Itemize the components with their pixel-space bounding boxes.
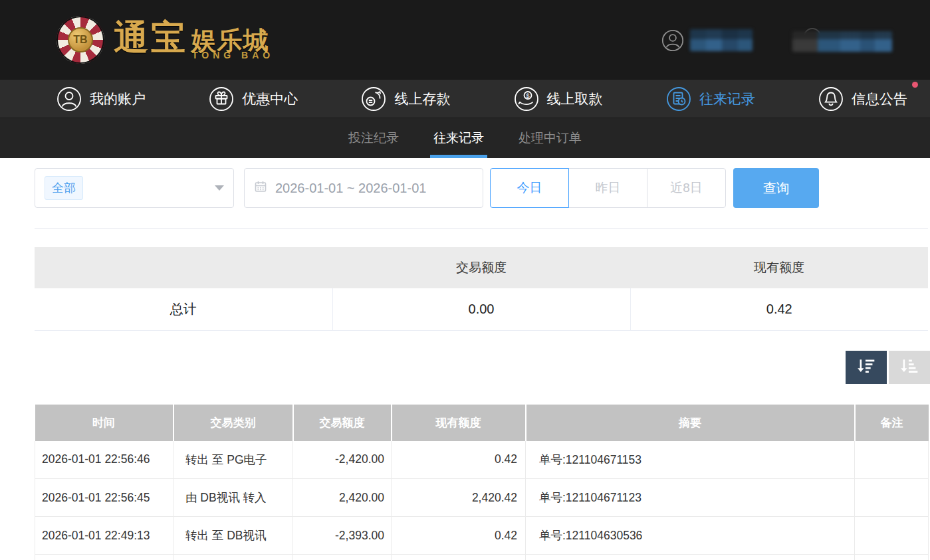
summary-header-empty bbox=[35, 247, 332, 288]
main-navigation: 我的账户 优惠中心 线上存款 $ bbox=[0, 80, 930, 118]
tab-label: 往来记录 bbox=[433, 130, 484, 147]
sort-ascending-icon bbox=[899, 358, 919, 377]
summary-header-row: 交易额度 现有额度 bbox=[35, 247, 928, 288]
cell-amount: -2,393.00 bbox=[293, 517, 392, 555]
table-row: 2026-01-01 22:49:13 转出 至 DB视讯 -2,393.00 … bbox=[35, 517, 929, 555]
table-row: 2026-01-01 22:56:45 由 DB视讯 转入 2,420.00 2… bbox=[35, 479, 929, 517]
bell-icon bbox=[818, 86, 844, 112]
main-content: 全部 2026-01-01 ~ 2026-01-01 今日 昨日 近8日 查询 bbox=[0, 168, 930, 560]
notification-badge bbox=[912, 82, 918, 88]
summary-transaction-total: 0.00 bbox=[332, 288, 630, 330]
sub-navigation: 投注纪录 往来记录 处理中订单 bbox=[0, 118, 930, 158]
user-info-area bbox=[651, 0, 930, 80]
query-button[interactable]: 查询 bbox=[733, 168, 819, 208]
calendar-icon bbox=[254, 180, 267, 197]
summary-header-balance: 现有额度 bbox=[630, 247, 928, 288]
col-header-amount: 交易额度 bbox=[293, 405, 392, 441]
records-table: 时间 交易类别 交易额度 现有额度 摘要 备注 2026-01-01 22:56… bbox=[35, 405, 929, 560]
sort-controls bbox=[0, 351, 930, 384]
summary-total-row: 总计 0.00 0.42 bbox=[35, 288, 928, 330]
sort-descending-icon bbox=[856, 358, 876, 377]
sort-ascending-button[interactable] bbox=[889, 351, 930, 384]
summary-total-label: 总计 bbox=[35, 288, 332, 330]
tab-label: 投注纪录 bbox=[348, 130, 399, 147]
nav-item-announcements[interactable]: 信息公告 bbox=[818, 86, 907, 112]
chip-monogram: TB bbox=[68, 27, 93, 52]
nav-item-withdraw[interactable]: $ 线上取款 bbox=[514, 86, 603, 112]
nav-label: 往来记录 bbox=[699, 90, 755, 108]
nav-item-my-account[interactable]: 我的账户 bbox=[57, 86, 146, 112]
cell-note bbox=[855, 517, 929, 555]
user-icon bbox=[57, 86, 82, 112]
cell-time: 2026-01-01 22:49:13 bbox=[35, 517, 174, 555]
brand-name-en: TONG BAO bbox=[192, 50, 274, 60]
col-header-balance: 现有额度 bbox=[392, 405, 526, 441]
cell-balance: 0.42 bbox=[392, 441, 526, 479]
cell-note bbox=[855, 441, 929, 479]
summary-table: 交易额度 现有额度 总计 0.00 0.42 bbox=[35, 247, 928, 331]
nav-label: 我的账户 bbox=[90, 90, 146, 108]
today-button[interactable]: 今日 bbox=[490, 168, 569, 208]
date-range-picker[interactable]: 2026-01-01 ~ 2026-01-01 bbox=[244, 168, 483, 208]
quick-date-buttons: 今日 昨日 近8日 bbox=[490, 168, 726, 208]
cell-time: 2026-01-01 22:56:46 bbox=[35, 441, 174, 479]
cell-amount: 2,420.00 bbox=[293, 479, 392, 517]
last-8-days-button[interactable]: 近8日 bbox=[647, 168, 726, 208]
chevron-down-icon bbox=[215, 185, 224, 191]
brand-logo[interactable]: TB 通宝 娱乐城 TONG BAO bbox=[57, 15, 274, 65]
cell-type: 由 DB视讯 转入 bbox=[174, 479, 293, 517]
sort-descending-button[interactable] bbox=[846, 351, 887, 384]
top-header: TB 通宝 娱乐城 TONG BAO bbox=[0, 0, 930, 80]
cell-summary: 单号:121104671153 bbox=[526, 441, 855, 479]
cell-balance: 0.42 bbox=[392, 517, 526, 555]
brand-name-primary: 通宝 bbox=[114, 18, 188, 56]
nav-label: 线上取款 bbox=[547, 90, 603, 108]
active-tab-underline bbox=[430, 155, 487, 158]
table-row-partial bbox=[35, 555, 929, 560]
summary-balance-total: 0.42 bbox=[630, 288, 928, 330]
nav-label: 信息公告 bbox=[852, 90, 907, 108]
tab-transaction-records[interactable]: 往来记录 bbox=[432, 118, 485, 158]
records-header-row: 时间 交易类别 交易额度 现有额度 摘要 备注 bbox=[35, 405, 929, 441]
tab-processing-orders[interactable]: 处理中订单 bbox=[517, 118, 583, 158]
col-header-time: 时间 bbox=[35, 405, 174, 441]
yesterday-button[interactable]: 昨日 bbox=[568, 168, 647, 208]
filter-bar: 全部 2026-01-01 ~ 2026-01-01 今日 昨日 近8日 查询 bbox=[35, 168, 928, 208]
col-header-note: 备注 bbox=[855, 405, 929, 441]
cell-note bbox=[855, 479, 929, 517]
gift-icon bbox=[209, 86, 234, 112]
tab-betting-records[interactable]: 投注纪录 bbox=[347, 118, 400, 158]
date-range-value: 2026-01-01 ~ 2026-01-01 bbox=[275, 181, 426, 196]
tab-label: 处理中订单 bbox=[519, 130, 582, 147]
nav-item-promotions[interactable]: 优惠中心 bbox=[209, 86, 298, 112]
col-header-type: 交易类别 bbox=[174, 405, 293, 441]
user-avatar-icon bbox=[661, 29, 684, 54]
nav-label: 线上存款 bbox=[394, 90, 450, 108]
cell-amount: -2,420.00 bbox=[293, 441, 392, 479]
cell-balance: 2,420.42 bbox=[392, 479, 526, 517]
cell-type: 转出 至 DB视讯 bbox=[174, 517, 293, 555]
col-header-summary: 摘要 bbox=[526, 405, 855, 441]
cell-summary: 单号:121104671123 bbox=[526, 479, 855, 517]
cell-time: 2026-01-01 22:56:45 bbox=[35, 479, 174, 517]
section-divider bbox=[35, 228, 928, 229]
records-icon bbox=[666, 86, 691, 112]
table-row: 2026-01-01 22:56:46 转出 至 PG电子 -2,420.00 … bbox=[35, 441, 929, 479]
deposit-icon bbox=[361, 86, 386, 112]
cell-summary: 单号:121104630536 bbox=[526, 517, 855, 555]
category-select[interactable]: 全部 bbox=[35, 168, 234, 208]
brand-text: 通宝 娱乐城 TONG BAO bbox=[114, 20, 274, 60]
withdraw-icon: $ bbox=[514, 86, 539, 112]
nav-label: 优惠中心 bbox=[242, 90, 298, 108]
nav-item-transaction-records[interactable]: 往来记录 bbox=[666, 86, 755, 112]
casino-chip-icon: TB bbox=[57, 16, 104, 64]
selected-category-chip[interactable]: 全部 bbox=[45, 176, 83, 200]
nav-item-deposit[interactable]: 线上存款 bbox=[361, 86, 450, 112]
cell-type: 转出 至 PG电子 bbox=[174, 441, 293, 479]
blurred-balance bbox=[792, 31, 892, 52]
summary-header-transaction: 交易额度 bbox=[332, 247, 630, 288]
blurred-username bbox=[690, 29, 753, 51]
svg-text:$: $ bbox=[526, 92, 530, 99]
